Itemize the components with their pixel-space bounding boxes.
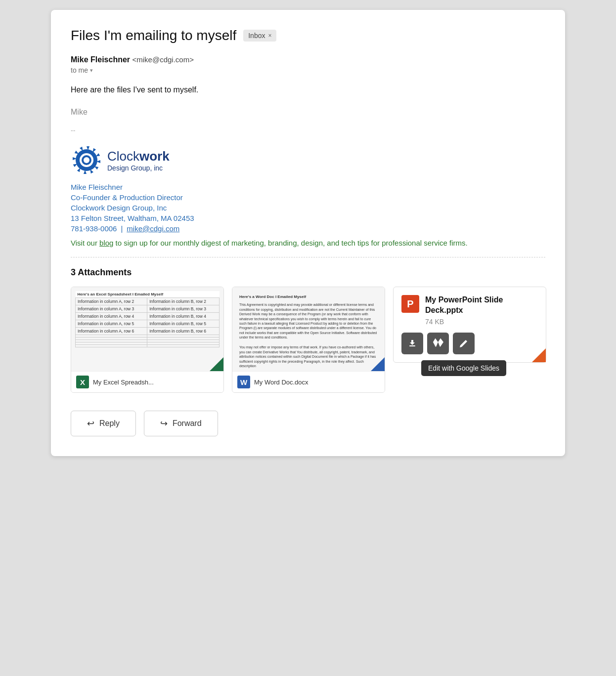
action-buttons: ↩ Reply ↪ Forward [71, 411, 545, 436]
to-me-row: to me ▾ [71, 66, 545, 74]
ppt-size: 74 KB [425, 318, 538, 326]
ppt-edit-button[interactable]: Edit with Google Slides [453, 333, 475, 354]
to-me-arrow[interactable]: ▾ [90, 67, 93, 74]
excel-preview-title: Here's an Excel Spreadsheet I Emailed My… [76, 291, 220, 298]
sig-phone-row: 781-938-0006 | mike@cdgi.com [71, 224, 545, 233]
edit-tooltip: Edit with Google Slides [421, 360, 506, 376]
forward-icon: ↪ [160, 418, 168, 429]
svg-rect-5 [409, 345, 415, 346]
gear-icon [71, 144, 102, 176]
forward-label: Forward [173, 419, 202, 428]
download-icon [407, 338, 417, 348]
word-preview-body-2: You may not offer or impose any terms of… [239, 345, 378, 368]
company-name-plain: Clock [107, 149, 139, 164]
sig-phone: 781-938-0006 [71, 224, 117, 233]
word-attachment-card: Here's a Word Doc I Emailed Myself This … [232, 287, 385, 393]
svg-marker-6 [433, 342, 438, 347]
ppt-add-to-drive-button[interactable] [427, 333, 449, 354]
excel-corner-indicator [210, 357, 223, 371]
sender-name: Mike Fleischner [71, 55, 130, 64]
sig-company-subtitle: Design Group, inc [107, 164, 170, 172]
sig-visit-line: Visit our blog to sign up for our monthl… [71, 239, 545, 247]
sig-company-name: Clockwork [107, 149, 170, 164]
ppt-icon: P [401, 295, 419, 313]
word-filename: My Word Doc.docx [254, 379, 380, 386]
word-preview-title: Here's a Word Doc I Emailed Myself [239, 294, 378, 299]
email-container: Files I'm emailing to myself Inbox × Mik… [51, 10, 565, 456]
excel-preview: Here's an Excel Spreadsheet I Emailed My… [71, 287, 223, 371]
ppt-download-button[interactable] [401, 333, 423, 354]
excel-filename: My Excel Spreadsh... [93, 379, 219, 386]
word-preview-content: Here's a Word Doc I Emailed Myself This … [232, 287, 385, 371]
ppt-header: P My PowerPoint Slide Deck.pptx 74 KB [401, 295, 538, 326]
sig-address[interactable]: 13 Felton Street, Waltham, MA 02453 [71, 214, 545, 222]
sig-visit-text: Visit our [71, 239, 99, 247]
subject-row: Files I'm emailing to myself Inbox × [71, 28, 545, 43]
ppt-filename: My PowerPoint Slide Deck.pptx [425, 295, 538, 316]
divider-dash: -- [71, 127, 545, 134]
svg-point-4 [84, 157, 89, 163]
sig-contact-name[interactable]: Mike Fleischner [71, 183, 545, 191]
inbox-badge-label: Inbox [248, 32, 265, 40]
sig-blog-link[interactable]: blog [99, 239, 113, 247]
excel-attachment-card: Here's an Excel Spreadsheet I Emailed My… [71, 287, 224, 393]
signature-block: Clockwork Design Group, inc Mike Fleisch… [71, 144, 545, 247]
attachments-heading: 3 Attachments [71, 267, 545, 278]
sig-company-text: Clockwork Design Group, inc [107, 149, 170, 172]
excel-preview-content: Here's an Excel Spreadsheet I Emailed My… [71, 287, 223, 351]
email-body: Here are the files I've sent to myself. [71, 84, 545, 96]
sig-visit-suffix: to sign up for our monthly digest of mar… [113, 239, 467, 247]
reply-label: Reply [99, 419, 120, 428]
word-preview: Here's a Word Doc I Emailed Myself This … [232, 287, 385, 371]
drive-icon [433, 338, 443, 349]
ppt-corner-indicator [532, 348, 546, 362]
word-preview-body: This Agreement is copyrighted and may pr… [239, 302, 378, 340]
to-me-label: to me [71, 66, 88, 74]
ppt-actions: Edit with Google Slides [401, 333, 538, 354]
word-corner-indicator [371, 357, 385, 371]
sig-company-link[interactable]: Clockwork Design Group, Inc [71, 204, 545, 212]
forward-button[interactable]: ↪ Forward [144, 411, 218, 436]
sender-row: Mike Fleischner <mike@cdgi.com> [71, 55, 545, 64]
inbox-badge-close[interactable]: × [268, 32, 271, 39]
section-divider [71, 257, 545, 257]
reply-button[interactable]: ↩ Reply [71, 411, 136, 436]
ppt-attachment-card: P My PowerPoint Slide Deck.pptx 74 KB [393, 287, 546, 363]
sig-logo: Clockwork Design Group, inc [71, 144, 545, 176]
word-attachment-footer: W My Word Doc.docx [232, 371, 385, 392]
sig-title[interactable]: Co-Founder & Production Director [71, 193, 545, 202]
sender-email: <mike@cdgi.com> [132, 55, 194, 64]
email-subject: Files I'm emailing to myself [71, 28, 236, 43]
excel-icon: X [76, 376, 89, 388]
edit-icon [459, 338, 469, 348]
excel-attachment-footer: X My Excel Spreadsh... [71, 371, 223, 392]
sig-email[interactable]: mike@cdgi.com [127, 224, 179, 233]
word-icon: W [237, 376, 250, 388]
attachments-grid: Here's an Excel Spreadsheet I Emailed My… [71, 287, 545, 393]
reply-icon: ↩ [87, 418, 94, 429]
company-name-bold: work [139, 149, 170, 164]
signature-name: Mike [71, 108, 545, 117]
ppt-info: My PowerPoint Slide Deck.pptx 74 KB [425, 295, 538, 326]
inbox-badge: Inbox × [243, 30, 276, 42]
